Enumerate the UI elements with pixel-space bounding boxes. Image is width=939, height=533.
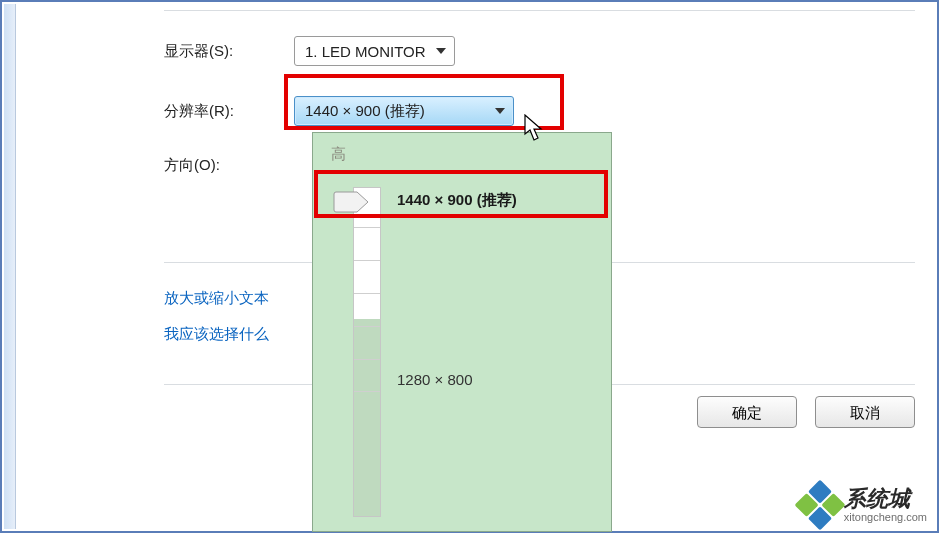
resolution-slider-thumb[interactable] [333,191,369,213]
watermark-text: 系统城 xitongcheng.com [844,487,927,523]
window-content: 显示器(S): 1. LED MONITOR 分辨率(R): 1440 × 90… [16,4,935,529]
mouse-cursor-icon [524,114,546,142]
resolution-option-mid[interactable]: 1280 × 800 [397,371,473,388]
display-value: 1. LED MONITOR [305,43,426,60]
watermark: 系统城 xitongcheng.com [802,487,927,523]
watermark-url: xitongcheng.com [844,511,927,523]
resolution-label: 分辨率(R): [164,102,294,121]
link-which-resolution[interactable]: 我应该选择什么 [164,316,269,352]
resolution-slider-track[interactable] [353,187,381,517]
watermark-title: 系统城 [844,487,927,511]
display-dropdown[interactable]: 1. LED MONITOR [294,36,455,66]
link-zoom-text[interactable]: 放大或缩小文本 [164,280,269,316]
display-label: 显示器(S): [164,42,294,61]
resolution-value: 1440 × 900 (推荐) [305,102,425,121]
divider [164,10,915,11]
orientation-row: 方向(O): [164,156,294,175]
display-row: 显示器(S): 1. LED MONITOR [164,36,455,66]
resolution-dropdown[interactable]: 1440 × 900 (推荐) [294,96,514,126]
resolution-slider-panel[interactable]: 高 1440 × 900 (推荐) 1280 × 800 [312,132,612,532]
resolution-row: 分辨率(R): 1440 × 900 (推荐) [164,96,514,126]
chevron-down-icon [436,48,446,54]
ok-button[interactable]: 确定 [697,396,797,428]
slider-top-label: 高 [331,145,346,164]
resolution-option-recommended[interactable]: 1440 × 900 (推荐) [397,191,517,210]
window-left-border [4,4,16,529]
orientation-label: 方向(O): [164,156,294,175]
window-frame: 显示器(S): 1. LED MONITOR 分辨率(R): 1440 × 90… [0,0,939,533]
links-block: 放大或缩小文本 我应该选择什么 [164,280,269,352]
cancel-button[interactable]: 取消 [815,396,915,428]
button-bar: 确定 取消 [683,396,915,428]
chevron-down-icon [495,108,505,114]
watermark-logo-icon [794,479,845,530]
